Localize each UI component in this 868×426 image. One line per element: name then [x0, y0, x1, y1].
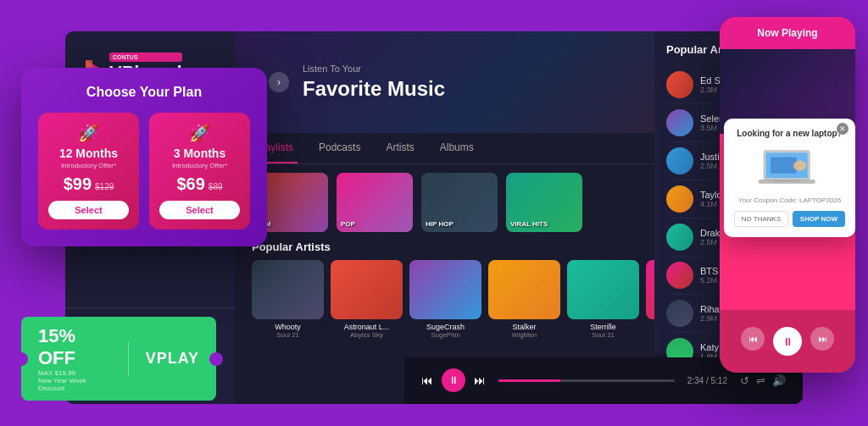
artist-avatar-0 — [666, 71, 693, 98]
np-next-button[interactable]: ⏭ — [810, 327, 834, 351]
discount-code: VPLAY — [146, 350, 199, 368]
popup-no-thanks-button[interactable]: NO THANKS — [734, 211, 788, 227]
laptop-popup: ✕ Looking for a new laptop? Your Coupon … — [724, 119, 855, 237]
now-playing-card: Now Playing ✕ Looking for a new laptop? … — [720, 17, 855, 373]
artist-card-2[interactable]: SugeCrash SugePhin — [409, 260, 481, 339]
artist-avatar-3 — [666, 185, 693, 213]
plan-card-title: Choose Your Plan — [38, 85, 250, 100]
player-controls: ⏮ ⏸ ⏭ — [421, 368, 486, 392]
plan-offer-0: Introductory Offer* — [61, 162, 116, 169]
coupon-code-label: Your Coupon Code: LAPTOP2026 — [734, 196, 845, 204]
artist-card-4[interactable]: Sterrille Soul 21 — [567, 260, 639, 339]
popup-close-button[interactable]: ✕ — [837, 123, 849, 135]
artist-avatar-1 — [666, 109, 693, 136]
laptop-svg — [756, 147, 824, 190]
discount-percent: 15% OFF — [38, 325, 111, 369]
genre-card-hiphop[interactable]: HIP HOP — [421, 173, 498, 232]
genre-label-viral: VIRAL HITS — [510, 220, 548, 228]
popup-buttons: NO THANKS SHOP NOW — [734, 211, 845, 227]
shuffle-button[interactable]: ⇌ — [756, 374, 765, 387]
plan-price-row-1: $69 $89 — [176, 174, 222, 194]
popup-heading: Looking for a new laptop? — [734, 129, 845, 138]
np-play-button[interactable]: ⏸ — [773, 327, 802, 356]
popup-shop-now-button[interactable]: SHOP NOW — [793, 211, 845, 227]
tab-albums[interactable]: Albums — [436, 133, 478, 163]
artist-name-4: Sterrille — [567, 323, 639, 331]
discount-notch-right — [209, 352, 223, 366]
tab-podcasts[interactable]: Podcasts — [314, 133, 364, 163]
plan-months-0: 12 Months — [59, 147, 118, 160]
discount-badge: 15% OFF MAX $19.99 New Year Week Discoun… — [21, 317, 216, 401]
prev-track-button[interactable]: ⏮ — [421, 373, 433, 387]
genre-card-pop[interactable]: POP — [337, 173, 413, 232]
tab-artists[interactable]: Artists — [381, 133, 418, 163]
volume-button[interactable]: 🔊 — [772, 374, 786, 387]
player-extra-controls: ↺ ⇌ 🔊 — [740, 374, 786, 387]
artist-sub-2: SugePhin — [409, 331, 481, 339]
time-display: 2:34 / 5:12 — [687, 376, 727, 385]
progress-bar[interactable] — [498, 379, 675, 382]
plan-rocket-1: 🚀 — [189, 123, 210, 143]
artist-name-1: Astronaut L... — [331, 323, 403, 331]
plan-offer-1: Introductory Offer* — [172, 162, 227, 169]
artist-sub-4: Soul 21 — [567, 331, 639, 339]
genre-card-viral[interactable]: VIRAL HITS — [506, 173, 582, 232]
svg-rect-7 — [773, 180, 799, 181]
artist-name-3: Stalker — [488, 323, 560, 331]
artist-sub-0: Soul 21 — [252, 331, 324, 339]
plan-option-12months: 🚀 12 Months Introductory Offer* $99 $129… — [38, 113, 139, 230]
np-controls: ⏮ ⏸ ⏭ — [728, 318, 847, 364]
np-header: Now Playing — [720, 17, 855, 49]
plan-card: Choose Your Plan 🚀 12 Months Introductor… — [21, 68, 267, 246]
plan-old-price-0: $129 — [95, 182, 114, 191]
artist-avatar-4 — [666, 224, 693, 251]
artist-avatar-6 — [666, 300, 693, 327]
plan-select-button-0[interactable]: Select — [48, 201, 129, 219]
discount-divider — [128, 342, 129, 376]
artist-name-2: SugeCrash — [409, 323, 481, 331]
plan-months-1: 3 Months — [174, 147, 225, 160]
artist-card-0[interactable]: Whooty Soul 21 — [252, 260, 324, 339]
next-track-button[interactable]: ⏭ — [474, 373, 486, 387]
hero-next-button[interactable]: › — [269, 72, 289, 92]
genre-label-pop: POP — [341, 220, 355, 228]
np-prev-button[interactable]: ⏮ — [741, 327, 765, 351]
plan-select-button-1[interactable]: Select — [159, 201, 240, 219]
genre-label-hiphop: HIP HOP — [426, 220, 453, 228]
artist-avatar-5 — [666, 262, 693, 289]
repeat-button[interactable]: ↺ — [740, 374, 749, 387]
plan-price-0: $99 — [64, 174, 92, 194]
artist-name-0: Whooty — [252, 323, 324, 331]
svg-rect-4 — [770, 157, 796, 173]
artist-sub-1: Abyiss Sky — [331, 331, 403, 339]
artist-card-1[interactable]: Astronaut L... Abyiss Sky — [331, 260, 403, 339]
plan-price-1: $69 — [176, 174, 204, 194]
np-title: Now Playing — [730, 27, 845, 39]
artist-avatar-2 — [666, 147, 693, 174]
plan-old-price-1: $89 — [209, 182, 223, 191]
discount-max: MAX $19.99 — [38, 369, 111, 377]
laptop-image — [734, 145, 845, 191]
play-pause-button[interactable]: ⏸ — [442, 368, 465, 392]
plan-rocket-0: 🚀 — [78, 123, 99, 143]
svg-point-5 — [793, 160, 805, 170]
artist-sub-3: WigMen — [488, 331, 560, 339]
discount-week: New Year Week Discount — [38, 377, 111, 392]
plans-row: 🚀 12 Months Introductory Offer* $99 $129… — [38, 113, 250, 230]
artist-card-3[interactable]: Stalker WigMen — [488, 260, 560, 339]
brand-badge: CONTUS — [109, 53, 182, 62]
plan-option-3months: 🚀 3 Months Introductory Offer* $69 $89 S… — [149, 113, 250, 230]
plan-price-row-0: $99 $129 — [64, 174, 114, 194]
progress-fill — [498, 379, 560, 382]
artists-section-title: Popular Artists — [252, 241, 331, 253]
discount-info: 15% OFF MAX $19.99 New Year Week Discoun… — [38, 325, 111, 392]
discount-notch-left — [14, 352, 28, 366]
